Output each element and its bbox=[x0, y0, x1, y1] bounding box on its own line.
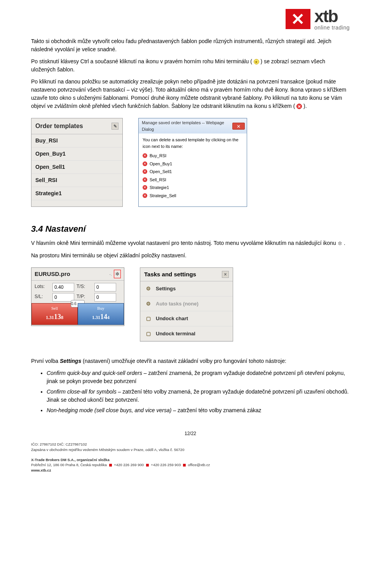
figure-row-2: EURUSD.pro -. ✲ Lots: 0.40 T/S: 0 S/L: 0… bbox=[31, 267, 350, 342]
dialog-hint: You can delete a saved template by click… bbox=[143, 137, 243, 149]
order-templates-title: Order templates bbox=[35, 121, 83, 131]
order-templates-header: Order templates ✎ bbox=[31, 118, 122, 134]
tasks-item-settings[interactable]: ⚙ Settings bbox=[140, 281, 233, 297]
delete-template-icon[interactable]: ✕ bbox=[143, 153, 147, 158]
ts-input[interactable]: 0 bbox=[94, 283, 116, 291]
gear-icon: ✲ bbox=[338, 240, 342, 246]
dialog-close-button[interactable]: ✕ bbox=[232, 123, 245, 130]
tasks-settings-panel: Tasks and settings × ⚙ Settings ⚙ Auto t… bbox=[140, 267, 233, 342]
ts-label: T/S: bbox=[77, 283, 92, 291]
lots-input[interactable]: 0.40 bbox=[52, 283, 74, 291]
delete-template-icon[interactable]: ✕ bbox=[143, 177, 147, 182]
bullet-item: Confirm close-all for symbols – zatržení… bbox=[47, 388, 350, 404]
dialog-titlebar: Manage saved order templates -- Webpage … bbox=[139, 118, 247, 134]
square-icon bbox=[109, 464, 112, 467]
undock-icon: ▢ bbox=[145, 315, 152, 322]
delete-template-icon[interactable]: ✕ bbox=[143, 169, 147, 174]
delete-icon: ✕ bbox=[296, 104, 302, 109]
footer-line: Zapsána v obchodním rejstříku vedeném Mě… bbox=[31, 447, 350, 452]
settings-gear-icon[interactable]: ✲ bbox=[114, 270, 121, 278]
tasks-item-auto[interactable]: ⚙ Auto tasks (none) bbox=[140, 297, 233, 312]
dialog-row: ✕Strategie1 bbox=[143, 184, 243, 191]
tp-input[interactable]: 0 bbox=[94, 293, 116, 302]
logo-mark-icon: ✕ bbox=[286, 9, 310, 29]
template-item[interactable]: Open_Sell1 bbox=[31, 161, 122, 174]
gear-icon: ⚙ bbox=[145, 300, 152, 307]
paragraph-4: V hlavním okně Mini terminálů můžeme vyv… bbox=[31, 239, 350, 248]
logo-subtitle: online trading bbox=[314, 24, 350, 31]
footer: IČO: 27867102 DIČ: CZ27867102 Zapsána v … bbox=[31, 442, 350, 473]
footer-contact: Pobřežní 12, 186 00 Praha 8, Česká repub… bbox=[31, 462, 350, 467]
sl-label: S/L: bbox=[35, 293, 50, 302]
paragraph-1: Takto si obchodník může vytvořit celou ř… bbox=[31, 37, 350, 54]
dialog-row: ✕Buy_RSI bbox=[143, 153, 243, 159]
manage-templates-icon[interactable]: ✎ bbox=[112, 123, 119, 130]
mini-terminal: EURUSD.pro -. ✲ Lots: 0.40 T/S: 0 S/L: 0… bbox=[31, 267, 124, 326]
sparkline: -. bbox=[109, 271, 112, 278]
template-item[interactable]: Strategie1 bbox=[31, 187, 122, 200]
star-icon: ★ bbox=[254, 59, 259, 64]
logo: ✕ xtb online trading bbox=[286, 8, 350, 30]
order-templates-panel: Order templates ✎ Buy_RSI Open_Buy1 Open… bbox=[31, 118, 123, 207]
page-number: 12/22 bbox=[31, 430, 350, 437]
settings-bullets: Confirm quick-buy and quick-sell orders … bbox=[47, 369, 350, 415]
dialog-row: ✕Sell_RSI bbox=[143, 177, 243, 183]
template-item[interactable]: Open_Buy1 bbox=[31, 147, 122, 161]
tasks-close-icon[interactable]: × bbox=[222, 271, 229, 278]
delete-template-icon[interactable]: ✕ bbox=[143, 185, 147, 190]
lots-label: Lots: bbox=[35, 283, 50, 291]
bullet-item: Confirm quick-buy and quick-sell orders … bbox=[47, 369, 350, 385]
undock-icon: ▢ bbox=[145, 330, 152, 337]
bullet-item: Non-hedging mode (sell close buys, and v… bbox=[47, 406, 350, 415]
delete-template-icon[interactable]: ✕ bbox=[143, 193, 147, 198]
footer-company: X-Trade Brokers DM S.A., organizační slo… bbox=[31, 457, 350, 462]
tasks-item-undock-chart[interactable]: ▢ Undock chart bbox=[140, 311, 233, 326]
section-3-4-heading: 3.4 Nastavení bbox=[31, 222, 350, 235]
delete-template-icon[interactable]: ✕ bbox=[143, 161, 147, 166]
paragraph-3: Po kliknutí na danou položku se automati… bbox=[31, 78, 350, 110]
dialog-row: ✕Open_Buy1 bbox=[143, 161, 243, 167]
template-item[interactable]: Sell_RSI bbox=[31, 174, 122, 187]
gear-icon: ⚙ bbox=[145, 285, 152, 292]
footer-url: www.xtb.cz bbox=[31, 468, 350, 473]
tasks-header: Tasks and settings × bbox=[140, 268, 233, 282]
paragraph-6: První volba Settings (nastavení) umožňuj… bbox=[31, 357, 350, 365]
dialog-title: Manage saved order templates -- Webpage … bbox=[142, 120, 232, 132]
template-item[interactable]: Buy_RSI bbox=[31, 134, 122, 147]
buy-button[interactable]: Buy 1.31144 bbox=[78, 303, 124, 325]
order-templates-list: Buy_RSI Open_Buy1 Open_Sell1 Sell_RSI St… bbox=[31, 134, 122, 200]
figure-row-1: Order templates ✎ Buy_RSI Open_Buy1 Open… bbox=[31, 118, 350, 207]
logo-brand: xtb bbox=[314, 7, 338, 26]
logo-block: ✕ xtb online trading bbox=[31, 8, 350, 30]
square-icon bbox=[183, 464, 186, 467]
tasks-item-undock-terminal[interactable]: ▢ Undock terminal bbox=[140, 326, 233, 342]
square-icon bbox=[146, 464, 149, 467]
manage-templates-dialog: Manage saved order templates -- Webpage … bbox=[138, 118, 247, 207]
symbol-label: EURUSD.pro bbox=[35, 270, 70, 279]
mini-terminal-header: EURUSD.pro -. ✲ bbox=[31, 268, 124, 281]
dialog-row: ✕Strategie_Sell bbox=[143, 193, 243, 199]
footer-line: IČO: 27867102 DIČ: CZ27867102 bbox=[31, 442, 350, 447]
dialog-row: ✕Open_Sell1 bbox=[143, 168, 243, 175]
paragraph-5: Na prostoru Mini terminálu se objeví zák… bbox=[31, 252, 350, 260]
tasks-title: Tasks and settings bbox=[144, 270, 196, 279]
paragraph-2: Po stisknutí klávesy Ctrl a současné kli… bbox=[31, 57, 350, 74]
